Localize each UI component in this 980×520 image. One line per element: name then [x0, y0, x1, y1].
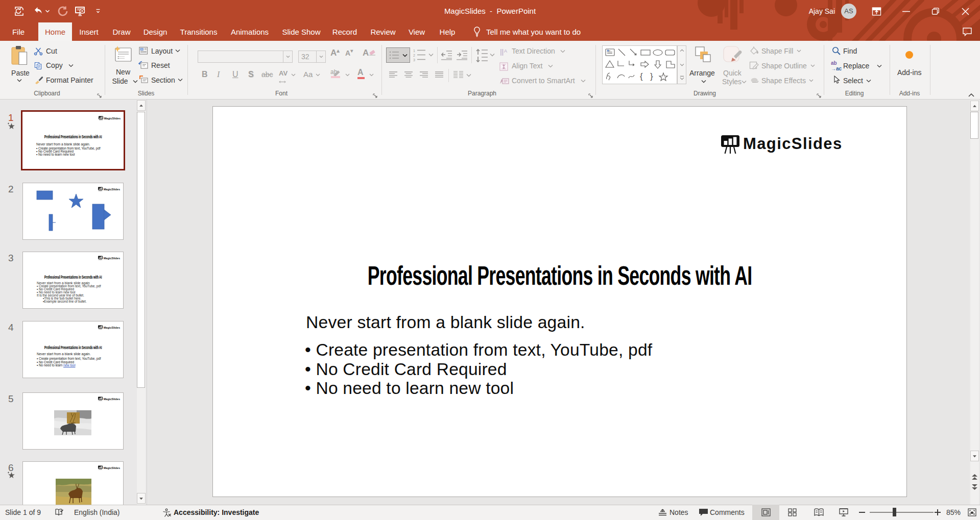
- svg-text:A: A: [504, 48, 507, 54]
- svg-text:{: {: [640, 71, 643, 81]
- svg-text:2: 2: [413, 54, 415, 57]
- svg-text:3: 3: [413, 58, 415, 62]
- svg-text:}: }: [650, 71, 653, 81]
- svg-text:1: 1: [413, 49, 415, 53]
